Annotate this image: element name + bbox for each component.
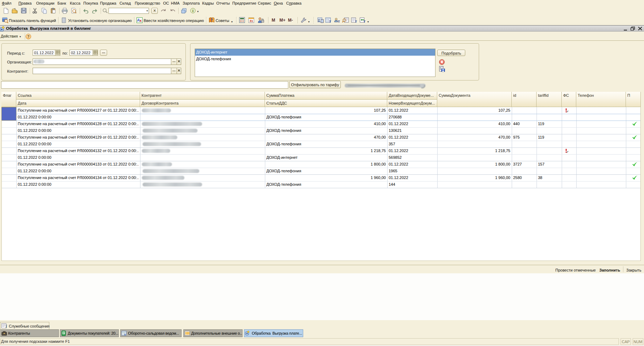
svg-text:i: i [6, 324, 7, 329]
svg-text:Т: Т [355, 20, 357, 23]
svg-text:Т: Т [329, 20, 331, 23]
svg-text:Т: Т [363, 20, 366, 23]
svg-text:?: ? [27, 34, 29, 39]
svg-text:Т: Т [124, 333, 126, 336]
svg-text:Σ: Σ [318, 19, 320, 22]
svg-text:?: ? [211, 18, 213, 22]
svg-text:31: 31 [249, 19, 253, 23]
svg-text:Т: Т [338, 20, 340, 23]
svg-text:Д: Д [137, 18, 140, 22]
svg-text:i: i [192, 9, 193, 13]
svg-text:К: К [140, 19, 142, 23]
